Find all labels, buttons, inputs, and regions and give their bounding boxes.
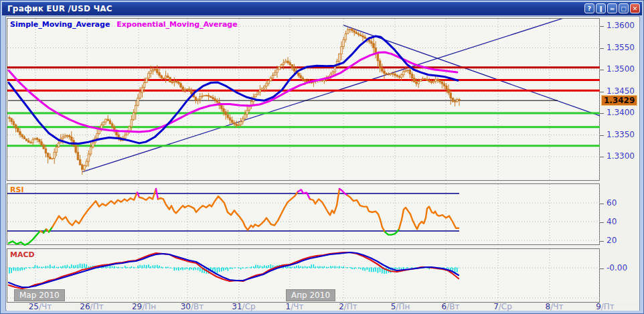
rsi-line-segment <box>158 191 298 230</box>
price-tick-label: 1.3450 <box>607 86 635 96</box>
pause-button[interactable]: ‖ <box>596 3 606 13</box>
price-chart-panel[interactable]: Simple_Moving_Average Exponential_Moving… <box>7 18 600 181</box>
chart-content-area: Simple_Moving_Average Exponential_Moving… <box>5 16 640 311</box>
time-axis-label: 30/Вт <box>173 302 211 311</box>
price-tick-label: 1.3600 <box>607 21 635 30</box>
month-badge: Апр 2010 <box>286 289 335 301</box>
ema-legend-label: Exponential_Moving_Average <box>116 20 237 29</box>
time-axis-label: 31/Ср <box>225 302 262 311</box>
time-axis-label: 8/Чт <box>536 302 573 311</box>
rsi-line-segment <box>385 229 399 234</box>
time-axis-label: 25/Чт <box>21 302 59 311</box>
price-tick-label: 1.3500 <box>607 64 635 74</box>
scale-tick-mark <box>600 222 604 223</box>
scale-tick-mark <box>600 113 604 114</box>
macd-tick-label: -0.00 <box>607 263 627 272</box>
window-buttons: ?‖=□✕ <box>584 3 640 13</box>
price-tick-label: 1.3350 <box>607 130 635 139</box>
sma-legend-label: Simple_Moving_Average <box>10 20 110 29</box>
rsi-line-segment <box>52 193 137 228</box>
scale-tick-mark <box>600 241 604 242</box>
scale-tick-mark <box>600 26 604 27</box>
rsi-line-segment <box>139 189 156 200</box>
close-button[interactable]: ✕ <box>630 3 640 13</box>
ascending-trendline[interactable] <box>82 19 563 172</box>
price-scale-column[interactable]: 1.36001.35501.35001.34501.34001.33501.33… <box>600 18 639 303</box>
price-tick-label: 1.3400 <box>607 108 635 117</box>
scale-tick-mark <box>600 157 604 157</box>
rsi-line-segment <box>156 189 158 199</box>
time-axis-label: 29/Пн <box>125 302 163 311</box>
rsi-label: RSI <box>10 185 24 194</box>
window-title: График EUR /USD ЧАС <box>7 4 112 13</box>
restore-button[interactable]: □ <box>619 3 629 13</box>
time-axis-label: 9/Пт <box>586 302 624 311</box>
current-price-tag: 1.3429 <box>601 95 637 106</box>
rsi-tick-label: 40 <box>607 217 617 226</box>
window-titlebar[interactable]: График EUR /USD ЧАС ?‖=□✕ <box>2 2 642 15</box>
rsi-tick-label: 20 <box>607 236 617 245</box>
rsi-canvas[interactable] <box>7 184 600 246</box>
month-badge: Мар 2010 <box>14 289 65 301</box>
price-tick-label: 1.3300 <box>607 151 635 161</box>
minimize-button[interactable]: = <box>607 3 617 13</box>
chart-window: График EUR /USD ЧАС ?‖=□✕ Simple_Moving_… <box>0 0 644 314</box>
time-axis-label: 5/Пн <box>382 302 419 311</box>
rsi-line-segment <box>310 189 339 215</box>
time-axis-strip[interactable]: 25/Чт26/Пт29/Пн30/Вт31/Ср1/Чт2/Пт5/Пн6/В… <box>7 303 639 311</box>
time-axis-label: 2/Пт <box>329 302 367 311</box>
scale-tick-mark <box>600 70 604 70</box>
time-axis-label: 7/Ср <box>484 302 521 311</box>
rsi-line-segment <box>399 207 459 230</box>
rsi-line-segment <box>298 189 310 199</box>
indicator-legend: Simple_Moving_Average Exponential_Moving… <box>10 20 238 29</box>
price-chart-canvas[interactable] <box>7 19 600 181</box>
rsi-tick-label: 60 <box>607 198 617 208</box>
time-axis-label: 6/Вт <box>432 302 469 311</box>
rsi-panel[interactable]: RSI <box>7 183 600 245</box>
scale-tick-mark <box>600 268 604 269</box>
scale-tick-mark <box>600 204 604 204</box>
price-tick-label: 1.3550 <box>607 43 635 52</box>
rsi-line-segment <box>347 195 385 232</box>
help-button[interactable]: ? <box>584 3 594 13</box>
macd-label: MACD <box>10 250 35 259</box>
scale-tick-mark <box>600 135 604 136</box>
scale-tick-mark <box>600 48 604 49</box>
time-axis-label: 26/Пт <box>73 302 110 311</box>
time-axis-label: 1/Чт <box>276 302 313 311</box>
scale-tick-mark <box>600 92 604 92</box>
